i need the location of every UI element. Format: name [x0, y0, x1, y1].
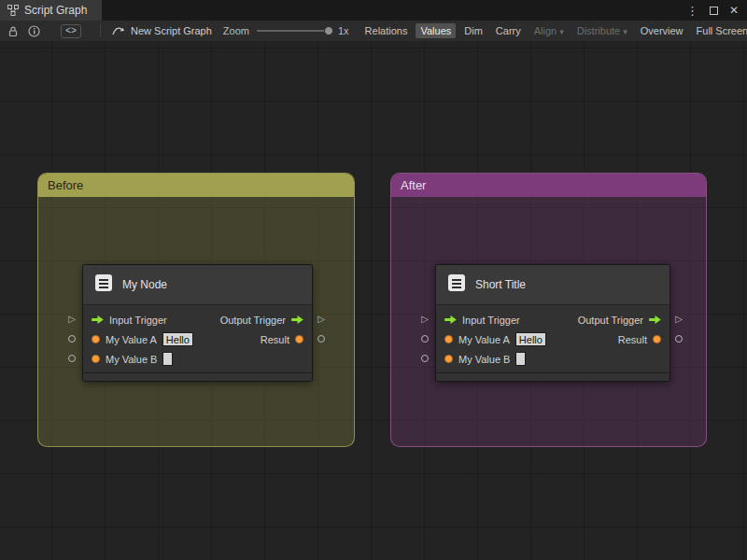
graph-name-label[interactable]: New Script Graph — [131, 25, 212, 36]
external-value-input-port[interactable] — [65, 348, 78, 368]
graph-toolbar: <> New Script Graph Zoom 1x Relations Va… — [0, 21, 747, 42]
distribute-button-label: Distribute — [577, 25, 620, 36]
value-b-port-icon[interactable] — [444, 355, 453, 363]
group-after-label: After — [401, 178, 426, 192]
graph-canvas[interactable]: Before After My Node — [0, 41, 747, 560]
external-value-output-port[interactable] — [315, 329, 328, 348]
value-a-port-icon[interactable] — [92, 335, 100, 343]
node-header[interactable]: My Node — [83, 265, 312, 305]
dim-button[interactable]: Dim — [459, 23, 487, 38]
window-menu-icon[interactable]: ⋮ — [686, 5, 698, 17]
values-button[interactable]: Values — [416, 23, 456, 38]
node-title: Short Title — [475, 278, 526, 291]
input-trigger-port-icon[interactable] — [444, 315, 457, 324]
external-trigger-input-port[interactable]: ▷ — [65, 309, 78, 329]
tab-bar: Script Graph ⋮ ✕ — [0, 0, 747, 21]
tab-script-graph[interactable]: Script Graph — [0, 0, 102, 21]
value-a-label: My Value A — [106, 334, 157, 345]
overview-button[interactable]: Overview — [636, 23, 688, 38]
value-a-row: My Value A Hello Result — [436, 329, 669, 349]
input-trigger-label: Input Trigger — [462, 315, 520, 326]
result-port-icon[interactable] — [295, 335, 303, 343]
value-a-label: My Value A — [458, 334, 510, 345]
value-a-input[interactable]: Hello — [162, 332, 193, 346]
external-trigger-output-port[interactable]: ▷ — [315, 309, 328, 329]
zoom-slider-handle[interactable] — [324, 26, 333, 35]
value-a-input[interactable]: Hello — [515, 332, 546, 346]
result-port-icon[interactable] — [653, 335, 661, 343]
node-external-input-ports: ▷ — [418, 309, 431, 368]
external-trigger-output-port[interactable]: ▷ — [672, 309, 685, 329]
script-graph-tab-icon — [7, 5, 19, 16]
output-trigger-port-icon[interactable] — [649, 315, 661, 324]
zoom-slider[interactable] — [257, 25, 333, 36]
node-footer — [83, 372, 312, 381]
external-value-input-port[interactable] — [418, 348, 431, 368]
node-header[interactable]: Short Title — [436, 265, 669, 305]
node-footer — [436, 372, 669, 381]
triangle-port-icon: ▷ — [675, 315, 683, 324]
node-ports: Input Trigger Output Trigger My Value A … — [83, 305, 312, 372]
align-button-label: Align — [534, 25, 557, 36]
input-trigger-label: Input Trigger — [109, 315, 167, 326]
node-ports: Input Trigger Output Trigger My Value A … — [436, 305, 669, 372]
value-b-row: My Value B — [83, 349, 312, 369]
code-view-icon[interactable]: <> — [61, 24, 81, 38]
zoom-value: 1x — [338, 25, 349, 36]
group-before-header[interactable]: Before — [38, 174, 354, 197]
value-a-port-icon[interactable] — [444, 335, 453, 343]
input-trigger-port-icon[interactable] — [92, 315, 104, 324]
value-b-label: My Value B — [106, 354, 157, 365]
align-button[interactable]: Align▾ — [529, 23, 569, 38]
node-external-output-ports: ▷ — [672, 309, 685, 348]
output-trigger-label: Output Trigger — [578, 315, 643, 326]
relations-button[interactable]: Relations — [360, 23, 413, 38]
value-b-input[interactable] — [162, 352, 173, 366]
maximize-icon[interactable] — [710, 7, 718, 15]
trigger-row: Input Trigger Output Trigger — [83, 310, 312, 329]
external-value-input-port[interactable] — [65, 329, 78, 348]
node-short-title[interactable]: Short Title Input Trigger Output Trigger — [435, 264, 670, 382]
value-b-port-icon[interactable] — [92, 355, 100, 363]
triangle-port-icon: ▷ — [421, 315, 429, 324]
output-trigger-label: Output Trigger — [220, 315, 286, 326]
output-trigger-port-icon[interactable] — [291, 315, 303, 324]
result-label: Result — [618, 334, 647, 345]
value-b-input[interactable] — [515, 352, 526, 366]
chevron-down-icon: ▾ — [559, 27, 564, 36]
value-b-row: My Value B — [436, 349, 669, 369]
tab-title: Script Graph — [24, 4, 87, 17]
window-controls: ⋮ ✕ — [686, 5, 747, 17]
node-icon — [93, 273, 114, 297]
close-icon[interactable]: ✕ — [729, 5, 739, 16]
ring-port-icon — [317, 335, 325, 343]
external-value-output-port[interactable] — [672, 329, 685, 348]
node-my-node[interactable]: My Node Input Trigger Output Trigger — [82, 264, 313, 382]
info-icon[interactable] — [28, 25, 40, 37]
lock-icon[interactable] — [7, 25, 19, 37]
node-icon — [446, 273, 467, 297]
group-after-header[interactable]: After — [391, 174, 706, 197]
trigger-row: Input Trigger Output Trigger — [436, 310, 669, 329]
chevron-down-icon: ▾ — [623, 27, 627, 36]
carry-button[interactable]: Carry — [491, 23, 526, 38]
ring-port-icon — [68, 355, 76, 362]
node-external-input-ports: ▷ — [65, 309, 78, 368]
ring-port-icon — [675, 335, 683, 343]
value-a-row: My Value A Hello Result — [83, 329, 312, 349]
zoom-slider-track — [257, 30, 333, 32]
triangle-port-icon: ▷ — [68, 315, 76, 324]
distribute-button[interactable]: Distribute▾ — [572, 23, 632, 38]
node-title: My Node — [122, 278, 167, 291]
full-screen-button[interactable]: Full Screen — [692, 23, 747, 38]
external-trigger-input-port[interactable]: ▷ — [418, 309, 431, 329]
node-external-output-ports: ▷ — [315, 309, 328, 348]
external-value-input-port[interactable] — [418, 329, 431, 348]
zoom-label: Zoom — [223, 25, 249, 36]
group-before-label: Before — [48, 178, 83, 192]
graph-asset-icon — [112, 25, 125, 36]
script-graph-window: Script Graph ⋮ ✕ <> — [0, 0, 747, 560]
ring-port-icon — [421, 355, 429, 362]
ring-port-icon — [68, 335, 76, 343]
value-b-label: My Value B — [458, 354, 510, 365]
